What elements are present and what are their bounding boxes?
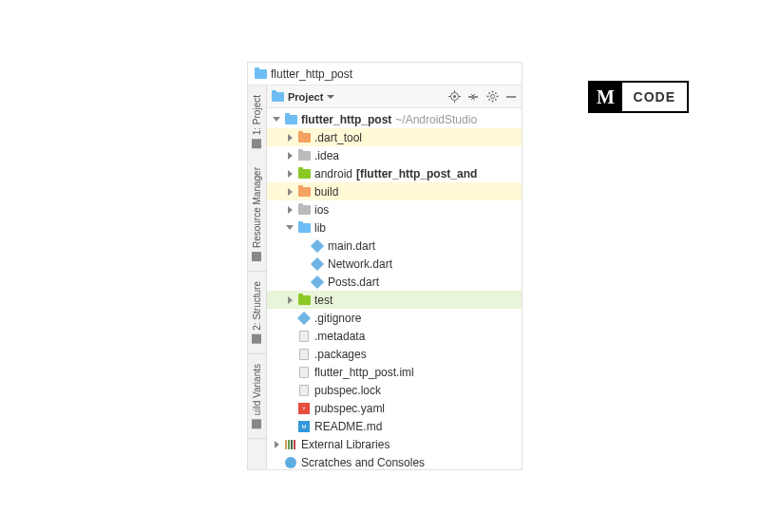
tree-label: Network.dart: [328, 257, 392, 271]
breadcrumb[interactable]: flutter_http_post: [248, 63, 522, 86]
tab-label: Resource Manager: [252, 167, 262, 248]
tree-file[interactable]: .gitignore: [267, 309, 522, 327]
dart-file-icon: [311, 239, 324, 253]
chevron-down-icon: [327, 95, 334, 99]
hide-icon[interactable]: [504, 90, 518, 104]
tab-structure[interactable]: 2: Structure: [248, 272, 266, 354]
spacer: [284, 349, 295, 360]
tree-root[interactable]: flutter_http_post ~/AndroidStudio: [267, 110, 522, 128]
file-icon: [297, 348, 311, 361]
expander-icon[interactable]: [284, 204, 295, 216]
folder-icon: [297, 186, 311, 198]
svg-line-13: [495, 99, 496, 100]
tree-label: flutter_http_post: [301, 113, 391, 126]
dart-file-icon: [311, 276, 324, 289]
tree-label: .packages: [314, 348, 367, 361]
spacer: [284, 421, 295, 432]
tree-suffix: [flutter_http_post_and: [356, 167, 477, 180]
panel-view-selector[interactable]: Project: [271, 91, 444, 103]
tree-label: flutter_http_post.iml: [314, 366, 414, 379]
tree-label: android: [314, 167, 352, 180]
tree-file[interactable]: main.dart: [267, 237, 522, 255]
project-panel: Project: [267, 86, 522, 469]
tree-file[interactable]: Y pubspec.yaml: [267, 399, 522, 417]
folder-icon: [271, 91, 284, 103]
tree-label: README.md: [314, 420, 382, 433]
tab-label: 2: Structure: [252, 281, 262, 331]
tree-file[interactable]: .packages: [267, 345, 522, 363]
scratches-icon: [284, 456, 297, 469]
tree-label: lib: [314, 221, 326, 235]
spacer: [284, 367, 295, 378]
tree-label: .metadata: [314, 330, 365, 343]
tree-folder[interactable]: android [flutter_http_post_and: [267, 164, 522, 182]
md-file-icon: M: [297, 420, 311, 433]
tree-label: ios: [314, 203, 329, 217]
spacer: [297, 240, 309, 252]
tree-label: .idea: [314, 149, 339, 162]
tree-path: ~/AndroidStudio: [395, 113, 477, 126]
tree-label: .dart_tool: [314, 131, 362, 144]
expander-icon[interactable]: [271, 439, 282, 450]
main-area: 1: Project Resource Manager 2: Structure…: [248, 86, 522, 469]
tree-file[interactable]: .metadata: [267, 327, 522, 345]
tab-icon: [253, 334, 262, 344]
logo-m: M: [590, 83, 622, 111]
spacer: [297, 276, 309, 288]
logo-badge: M CODE: [588, 81, 689, 113]
expander-icon[interactable]: [284, 186, 295, 198]
svg-point-7: [490, 95, 494, 99]
folder-icon: [297, 204, 311, 216]
tab-icon: [253, 252, 262, 261]
locate-icon[interactable]: [447, 90, 461, 104]
tree-file[interactable]: pubspec.lock: [267, 381, 522, 399]
tree-label: test: [314, 294, 332, 307]
folder-icon: [297, 132, 311, 143]
tree-folder[interactable]: .dart_tool: [267, 128, 522, 146]
tree-external-libraries[interactable]: External Libraries: [267, 435, 522, 453]
collapse-icon[interactable]: [466, 90, 480, 104]
tab-icon: [253, 139, 262, 148]
file-icon: [297, 384, 311, 397]
folder-icon: [297, 294, 311, 306]
dart-file-icon: [311, 257, 324, 271]
spacer: [297, 258, 309, 270]
logo-code: CODE: [622, 83, 687, 111]
tree-folder-test[interactable]: test: [267, 291, 522, 309]
dart-file-icon: [297, 312, 311, 325]
tree-label: pubspec.lock: [314, 384, 381, 397]
expander-icon[interactable]: [284, 222, 295, 234]
libraries-icon: [284, 438, 297, 451]
panel-title-text: Project: [288, 91, 323, 103]
tree-file[interactable]: Network.dart: [267, 255, 522, 273]
tree-label: .gitignore: [314, 312, 361, 325]
expander-icon[interactable]: [284, 132, 295, 143]
tool-window-tabs: 1: Project Resource Manager 2: Structure…: [248, 86, 267, 469]
folder-icon: [297, 168, 311, 180]
tree-folder-lib[interactable]: lib: [267, 218, 522, 237]
expander-icon[interactable]: [284, 294, 295, 306]
tab-label: uild Variants: [252, 364, 262, 415]
tab-resource-manager[interactable]: Resource Manager: [248, 158, 266, 272]
tree-file[interactable]: Posts.dart: [267, 273, 522, 291]
expander-icon[interactable]: [284, 150, 295, 162]
folder-icon: [297, 150, 311, 162]
tab-project[interactable]: 1: Project: [248, 86, 266, 158]
tree-label: main.dart: [328, 239, 375, 253]
expander-icon[interactable]: [271, 114, 282, 125]
expander-icon[interactable]: [284, 168, 295, 180]
spacer: [284, 331, 295, 342]
project-tree[interactable]: flutter_http_post ~/AndroidStudio .dart_…: [267, 108, 522, 469]
tab-label: 1: Project: [252, 95, 262, 135]
breadcrumb-name: flutter_http_post: [271, 67, 352, 81]
tab-build-variants[interactable]: uild Variants: [248, 354, 266, 439]
tree-folder[interactable]: ios: [267, 200, 522, 218]
tree-file[interactable]: flutter_http_post.iml: [267, 363, 522, 381]
tree-file[interactable]: M README.md: [267, 417, 522, 435]
tree-scratches[interactable]: Scratches and Consoles: [267, 453, 522, 469]
gear-icon[interactable]: [485, 90, 499, 104]
folder-icon: [297, 222, 311, 234]
spacer: [284, 313, 295, 324]
tree-folder[interactable]: build: [267, 182, 522, 200]
tree-folder[interactable]: .idea: [267, 146, 522, 164]
